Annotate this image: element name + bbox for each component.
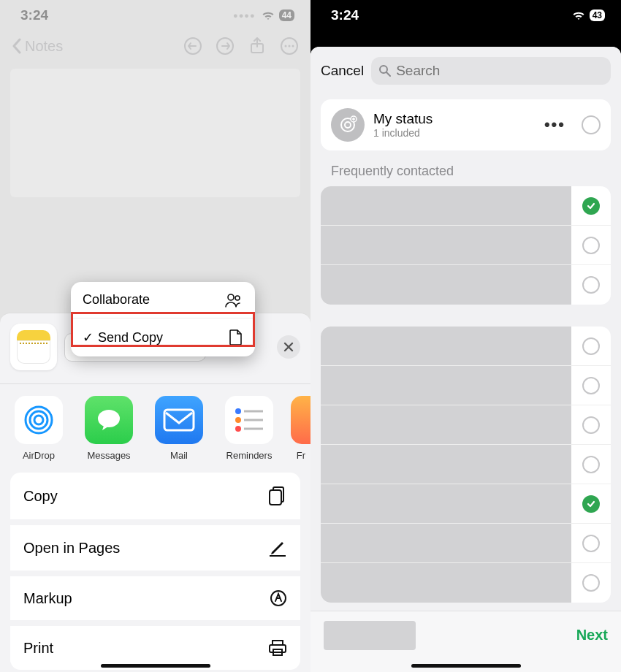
airdrop-icon [21,402,56,438]
footer-bar: Next [310,611,621,672]
airdrop-target[interactable]: AirDrop [10,396,67,461]
contact-select-radio[interactable] [571,495,611,513]
contact-row[interactable] [321,366,611,405]
contact-row[interactable] [321,226,611,265]
status-right: 43 [572,9,605,21]
svg-point-14 [235,408,241,414]
contact-redacted [321,366,571,405]
search-input[interactable] [396,63,603,79]
mail-label: Mail [151,450,207,461]
open-in-pages-action[interactable]: Open in Pages [10,525,300,570]
close-button[interactable] [277,335,300,359]
contact-redacted [321,265,571,305]
print-icon [268,639,287,657]
contact-row[interactable] [321,186,611,226]
more-icon[interactable] [280,37,299,56]
cancel-button[interactable]: Cancel [321,63,364,79]
contact-select-radio[interactable] [571,276,611,294]
right-phone: 3:24 43 Cancel My status 1 included ••• [310,0,621,672]
contact-row[interactable] [321,445,611,484]
contact-select-radio[interactable] [571,535,611,552]
statusbar-right: 3:24 43 [310,0,621,26]
contact-redacted [321,226,571,264]
freeform-label: Fr [291,450,310,461]
svg-point-10 [30,411,47,429]
svg-point-16 [235,426,241,432]
wifi-icon [572,10,585,20]
redo-icon[interactable] [216,37,235,56]
red-highlight-box [71,312,255,347]
undo-icon[interactable] [183,37,202,56]
markup-action[interactable]: Markup [10,576,300,620]
mail-target[interactable]: Mail [151,396,207,461]
my-status-title: My status [373,111,433,127]
airdrop-label: AirDrop [10,450,67,461]
nav-actions [183,37,299,56]
statusbar-left: 3:24 ●●●● 44 [0,0,310,26]
contact-row[interactable] [321,327,611,366]
markup-icon [270,589,287,607]
cellular-icon: ●●●● [233,11,256,20]
svg-point-5 [289,45,291,47]
freeform-target[interactable]: Fr [291,396,310,461]
status-select-radio[interactable] [582,115,601,134]
contact-select-radio[interactable] [571,377,611,394]
open-pages-label: Open in Pages [23,540,120,557]
contact-select-radio[interactable] [571,416,611,434]
contact-select-radio[interactable] [571,237,611,254]
share-icon[interactable] [248,37,267,56]
next-button[interactable]: Next [576,627,608,644]
copy-action[interactable]: Copy [10,473,300,519]
home-indicator[interactable] [101,664,210,668]
messages-target[interactable]: Messages [80,396,137,461]
home-indicator[interactable] [411,664,521,668]
contact-row[interactable] [321,563,611,603]
collaborate-label: Collaborate [83,292,150,308]
wifi-icon [262,10,275,20]
contact-select-radio[interactable] [571,337,611,355]
my-status-row[interactable]: My status 1 included ••• [321,99,611,150]
svg-point-4 [285,45,287,47]
svg-line-27 [386,72,390,76]
svg-rect-20 [270,490,281,505]
more-icon[interactable]: ••• [544,115,565,134]
contact-select-radio[interactable] [571,574,611,592]
people-icon [224,293,243,308]
contact-row[interactable] [321,405,611,445]
copy-label: Copy [23,488,58,505]
svg-point-29 [345,122,351,128]
battery-badge: 44 [279,9,294,21]
search-field[interactable] [371,57,611,85]
time-label: 3:24 [331,7,359,23]
markup-label: Markup [23,590,72,607]
svg-point-9 [34,416,43,424]
print-action[interactable]: Print [10,626,300,670]
share-targets-row: AirDrop Messages Mail Reminders Fr [0,384,310,468]
contact-list-2 [321,327,611,603]
contact-row[interactable] [321,265,611,305]
copy-icon [268,486,287,506]
action-list: Copy Open in Pages Markup Print [10,473,300,670]
close-icon [283,342,294,352]
pencil-icon [268,538,287,557]
contact-select-radio[interactable] [571,456,611,473]
reminders-target[interactable]: Reminders [221,396,278,461]
contact-row[interactable] [321,524,611,563]
my-status-subtitle: 1 included [373,127,433,139]
search-icon [378,64,392,77]
svg-point-7 [228,294,234,300]
contact-redacted [321,405,571,444]
svg-point-15 [235,417,241,423]
note-content-area [10,69,300,197]
svg-point-6 [292,45,294,47]
contact-row[interactable] [321,484,611,524]
messages-icon [94,405,123,435]
whatsapp-share-sheet: Cancel My status 1 included ••• Frequent… [310,47,621,672]
reminders-icon [232,405,266,435]
print-label: Print [23,640,53,657]
chevron-left-icon [12,38,22,54]
back-button[interactable]: Notes [12,38,63,55]
battery-badge: 43 [590,9,605,21]
back-label: Notes [25,38,63,55]
contact-select-radio[interactable] [571,197,611,215]
